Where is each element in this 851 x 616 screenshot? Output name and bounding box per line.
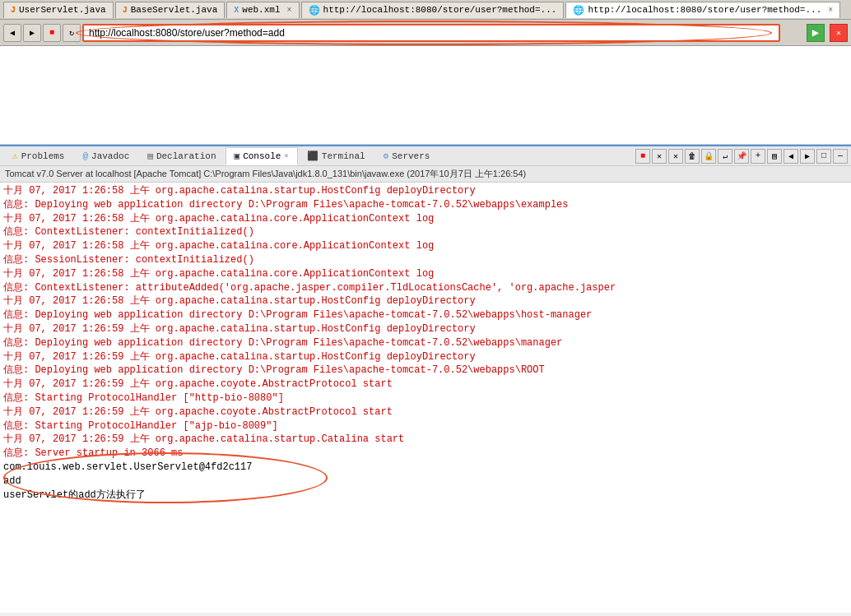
console-icon: ▣ (235, 151, 240, 161)
globe-icon: 🌐 (309, 5, 320, 16)
console-line: 十月 07, 2017 1:26:59 上午 org.apache.coyote… (3, 377, 848, 391)
tab-declaration[interactable]: ▤ Declaration (138, 147, 225, 165)
tab-browser1[interactable]: 🌐 http://localhost:8080/store/user?metho… (301, 2, 565, 18)
tab-userservlet[interactable]: J UserServlet.java (3, 2, 114, 18)
console-badge: ✕ (284, 151, 288, 160)
console-line: 信息: SessionListener: contextInitialized(… (3, 253, 848, 267)
console-line: 十月 07, 2017 1:26:58 上午 org.apache.catali… (3, 267, 848, 281)
ide-panel: ⚠ Problems @ Javadoc ▤ Declaration ▣ Con… (0, 145, 851, 613)
console-line: userServlet的add方法执行了 (3, 489, 252, 503)
tab-browser2[interactable]: 🌐 http://localhost:8080/store/user?metho… (565, 2, 840, 18)
java-icon: J (11, 6, 16, 15)
tab-servers[interactable]: ⚙ Servers (374, 147, 439, 165)
remove-button[interactable]: ✕ (668, 149, 683, 164)
server-info-bar: Tomcat v7.0 Server at localhost [Apache … (0, 166, 851, 183)
tab-close-icon[interactable]: × (287, 6, 292, 15)
tab-servers-label: Servers (392, 151, 430, 161)
console-line: 十月 07, 2017 1:26:58 上午 org.apache.catali… (3, 294, 848, 308)
tab-terminal[interactable]: ⬛ Terminal (298, 147, 374, 165)
open-console-button[interactable]: ▤ (767, 149, 782, 164)
console-toolbar: ■ ✕ ✕ 🗑 🔒 ↵ 📌 + ▤ ◀ ▶ □ — (635, 149, 848, 164)
server-info-text: Tomcat v7.0 Server at localhost [Apache … (5, 169, 526, 178)
close-browser-button[interactable]: ✕ (830, 24, 848, 42)
tab-console[interactable]: ▣ Console ✕ (226, 147, 298, 165)
console-line: 十月 07, 2017 1:26:58 上午 org.apache.catali… (3, 184, 848, 198)
console-line: 十月 07, 2017 1:26:59 上午 org.apache.coyote… (3, 405, 848, 419)
go-button[interactable]: ▶ (807, 24, 825, 42)
tab-label: http://localhost:8080/store/user?method=… (588, 5, 821, 15)
console-line: 信息: ContextListener: attributeAdded('org… (3, 281, 848, 295)
back-button[interactable]: ◀ (3, 24, 21, 42)
disconnect-button[interactable]: ✕ (652, 149, 667, 164)
at-icon: @ (82, 151, 88, 161)
tab-terminal-label: Terminal (322, 151, 365, 161)
console-output-area[interactable]: 十月 07, 2017 1:26:58 上午 org.apache.catali… (0, 183, 851, 613)
servers-icon: ⚙ (384, 151, 389, 161)
prev-button[interactable]: ◀ (784, 149, 798, 164)
tab-problems[interactable]: ⚠ Problems (3, 147, 73, 165)
tab-label: UserServlet.java (19, 5, 106, 15)
console-line: 十月 07, 2017 1:26:59 上午 org.apache.catali… (3, 322, 848, 336)
tab-javadoc[interactable]: @ Javadoc (73, 147, 138, 165)
browser-tab-bar: J UserServlet.java J BaseServlet.java X … (0, 0, 851, 20)
address-bar-input[interactable] (82, 24, 780, 42)
maximize-button[interactable]: □ (816, 149, 831, 164)
console-line: 信息: Server startup in 3066 ms (3, 447, 848, 461)
stop-button[interactable]: ■ (43, 24, 61, 42)
console-line: 信息: Starting ProtocolHandler ["http-bio-… (3, 391, 848, 405)
tab-declaration-label: Declaration (156, 151, 216, 161)
last-lines-container: com.louis.web.servlet.UserServlet@4fd2c1… (3, 461, 252, 502)
tab-label: BaseServlet.java (131, 5, 218, 15)
console-line: 信息: ContextListener: contextInitialized(… (3, 225, 848, 239)
browser-toolbar: ◀ ▶ ■ ↻ ▶ ✕ (0, 20, 851, 46)
console-line: 信息: Deploying web application directory … (3, 336, 848, 350)
stop-console-button[interactable]: ■ (635, 149, 650, 164)
xml-icon: X (234, 6, 239, 15)
forward-button[interactable]: ▶ (23, 24, 41, 42)
console-line: 信息: Deploying web application directory … (3, 364, 848, 377)
java-icon2: J (123, 6, 128, 15)
terminal-icon: ⬛ (307, 151, 319, 161)
decl-icon: ▤ (147, 151, 153, 161)
minimize-button[interactable]: — (833, 149, 848, 164)
pin-button[interactable]: 📌 (734, 149, 749, 164)
tab-baseservlet[interactable]: J BaseServlet.java (115, 2, 226, 18)
globe-icon2: 🌐 (573, 5, 584, 16)
tab-label: http://localhost:8080/store/user?method=… (323, 5, 557, 15)
console-line: 十月 07, 2017 1:26:58 上午 org.apache.catali… (3, 239, 848, 253)
console-line: 十月 07, 2017 1:26:59 上午 org.apache.catali… (3, 433, 848, 447)
browser-content-area (0, 46, 851, 145)
console-line: 信息: Starting ProtocolHandler ["ajp-bio-8… (3, 419, 848, 433)
tab-close2-icon[interactable]: × (828, 6, 833, 15)
next-button[interactable]: ▶ (800, 149, 815, 164)
tab-console-label: Console (243, 151, 281, 161)
tab-problems-label: Problems (21, 151, 65, 161)
tab-label: web.xml (242, 5, 280, 15)
console-line: 十月 07, 2017 1:26:59 上午 org.apache.catali… (3, 350, 848, 364)
tab-javadoc-label: Javadoc (91, 151, 129, 161)
console-line: com.louis.web.servlet.UserServlet@4fd2c1… (3, 461, 252, 475)
refresh-button[interactable]: ↻ (63, 24, 81, 42)
new-console-button[interactable]: + (751, 149, 765, 164)
word-wrap-button[interactable]: ↵ (718, 149, 732, 164)
console-line: add (3, 475, 252, 489)
console-line: 十月 07, 2017 1:26:58 上午 org.apache.catali… (3, 212, 848, 226)
scroll-lock-button[interactable]: 🔒 (701, 149, 716, 164)
console-line: 信息: Deploying web application directory … (3, 308, 848, 322)
eclipse-tab-bar: ⚠ Problems @ Javadoc ▤ Declaration ▣ Con… (0, 145, 851, 166)
tab-webxml[interactable]: X web.xml × (226, 2, 299, 18)
clear-console-button[interactable]: 🗑 (685, 149, 700, 164)
console-line: 信息: Deploying web application directory … (3, 198, 848, 212)
warning-icon: ⚠ (12, 151, 18, 161)
